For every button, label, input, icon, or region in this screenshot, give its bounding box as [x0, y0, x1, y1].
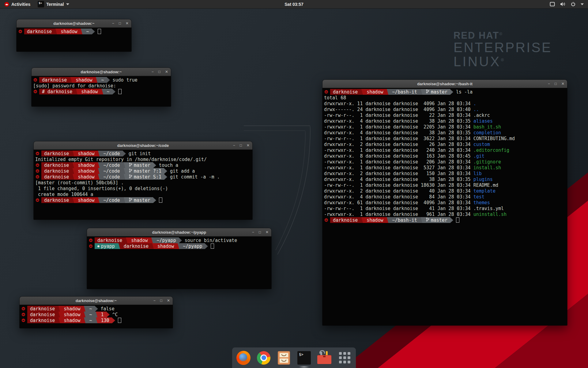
prompt-segment-branch: master [126, 197, 153, 203]
ls-row: drwxrwxr-x. 2 darknoise darknoise 40 Jan… [323, 188, 567, 194]
segment-separator [72, 197, 75, 203]
ls-row: drwxrwxr-x. 11 darknoise darknoise 4096 … [323, 101, 567, 106]
prompt-segment-user: darknoise [41, 151, 72, 156]
minimize-button[interactable]: − [152, 70, 154, 74]
terminal-window: darknoise@shadow:~−□✕darknoiseshadow~ [17, 19, 131, 52]
chrome-icon [257, 351, 270, 365]
dock-item-chrome[interactable] [256, 351, 271, 365]
window-titlebar[interactable]: darknoise@shadow:~−□✕ [17, 19, 131, 28]
segment-separator [75, 89, 78, 94]
dock-item-files[interactable] [277, 351, 291, 365]
terminal-content[interactable]: darknoiseshadow~/bash-itmaster ls -latot… [322, 88, 567, 325]
clock[interactable]: Sat 03:57 [285, 0, 303, 8]
prompt-arrow-icon [179, 238, 182, 243]
power-icon[interactable] [571, 2, 575, 6]
close-button[interactable]: ✕ [167, 299, 170, 302]
ls-filename: custom [473, 142, 490, 147]
maximize-button[interactable]: □ [158, 70, 160, 74]
command-text: ^C [110, 312, 118, 317]
maximize-button[interactable]: □ [119, 21, 121, 25]
window-titlebar[interactable]: darknoise@shadow:~/bash-it−□✕ [322, 80, 567, 88]
minimize-button[interactable]: − [252, 230, 254, 234]
minimize-button[interactable]: − [112, 21, 114, 25]
prompt-line: darknoiseshadow~/bash-itmaster ls -la [323, 89, 567, 95]
minimize-button[interactable]: − [548, 82, 550, 86]
dock-item-toolbox[interactable] [317, 351, 332, 365]
terminal-output-line: [sudo] password for darknoise: [32, 83, 171, 89]
prompt-segment-user: # darknoise [39, 89, 75, 94]
segment-separator [101, 89, 104, 94]
command-text: touch a [156, 163, 178, 168]
window-titlebar[interactable]: darknoise@shadow:~−□✕ [32, 68, 171, 76]
prompt-arrow-icon [450, 89, 453, 95]
terminal-content[interactable]: darknoiseshadow~/code git initInitialize… [34, 150, 252, 220]
segment-separator [72, 174, 75, 180]
prompt-arrow-icon [112, 89, 115, 94]
redhat-prompt-icon [33, 78, 37, 82]
redhat-prompt-icon [36, 163, 40, 167]
command-text: sudo true [110, 77, 138, 83]
maximize-button[interactable]: □ [555, 82, 557, 86]
redhat-prompt-icon [33, 90, 37, 94]
close-button[interactable]: ✕ [247, 144, 250, 147]
ls-filename: themes [473, 200, 490, 205]
terminal-cursor [118, 318, 121, 323]
prompt-line: darknoiseshadow~/codemaster ?:1 git add … [34, 168, 252, 174]
command-text: git commit -a -m . [167, 174, 220, 180]
window-title: darknoise@shadow:~/pyapp [152, 230, 206, 235]
terminal-content[interactable]: darknoiseshadow~ [17, 28, 131, 52]
prompt-segment-user: darknoise [95, 237, 125, 243]
ls-filename: plugins [473, 177, 493, 182]
display-icon[interactable] [550, 2, 555, 6]
minimize-button[interactable]: − [233, 144, 235, 147]
terminal-window: darknoise@shadow:~−□✕darknoiseshadow~ su… [32, 68, 171, 106]
system-menu-chevron-icon[interactable] [581, 3, 584, 5]
segment-separator [55, 29, 58, 34]
prompt-segment-branch: master [423, 89, 450, 95]
ls-filename: install.sh [473, 165, 501, 171]
dock-item-terminal[interactable]: $> [297, 351, 311, 365]
window-titlebar[interactable]: darknoise@shadow:~/pyapp−□✕ [87, 228, 271, 236]
ls-filename: bash_it.sh [473, 124, 501, 130]
close-button[interactable]: ✕ [126, 21, 129, 25]
close-button[interactable]: ✕ [266, 230, 269, 234]
segment-separator [97, 174, 100, 180]
prompt-segment-user: darknoise [121, 243, 151, 249]
terminal-content[interactable]: darknoiseshadow~ falsedarknoiseshadow~1 … [20, 305, 173, 328]
segment-separator [420, 217, 423, 223]
redhat-prompt-icon [89, 238, 93, 242]
maximize-button[interactable]: □ [160, 299, 162, 302]
terminal-output-line: total 68 [323, 95, 567, 101]
prompt-arrow-icon [92, 29, 95, 34]
terminal-content[interactable]: darknoiseshadow~ sudo true[sudo] passwor… [32, 76, 171, 106]
prompt-segment-path: ~/code [100, 151, 123, 156]
prompt-segment-user: darknoise [39, 77, 70, 83]
close-button[interactable]: ✕ [561, 82, 564, 86]
dock-item-firefox[interactable] [236, 351, 251, 365]
window-titlebar[interactable]: darknoise@shadow:~/code−□✕ [34, 141, 252, 150]
prompt-segment-path: ~ [83, 29, 92, 34]
maximize-button[interactable]: □ [259, 230, 261, 234]
activities-button[interactable]: Activities [0, 0, 35, 8]
terminal-content[interactable]: darknoiseshadow~/pyapp source bin/activa… [87, 236, 271, 289]
ls-row: drwxrwxr-x. 2 darknoise darknoise 150 Ja… [323, 171, 567, 176]
ls-row: -rwxrwxr-x. 1 darknoise darknoise 5327 J… [323, 165, 567, 171]
window-titlebar[interactable]: darknoise@shadow:~−□✕ [20, 297, 173, 305]
prompt-segment-branch: master [423, 217, 450, 223]
app-menu-terminal[interactable]: $> Terminal [35, 0, 72, 8]
segment-separator [177, 243, 180, 249]
dock-item-app-grid[interactable] [337, 351, 352, 365]
file-cabinet-icon [278, 351, 290, 365]
minimize-button[interactable]: − [153, 299, 156, 302]
prompt-segment-path: ~/pyapp [154, 237, 179, 243]
volume-icon[interactable] [560, 2, 566, 6]
prompt-segment-host: shadow [58, 29, 80, 34]
prompt-arrow-icon [95, 306, 98, 312]
firefox-icon [236, 351, 251, 365]
redhat-logo-icon [4, 2, 9, 7]
prompt-segment-user: darknoise [24, 29, 55, 34]
maximize-button[interactable]: □ [240, 144, 242, 147]
close-button[interactable]: ✕ [165, 70, 168, 74]
prompt-segment-branch: master S:1 [126, 174, 164, 180]
prompt-segment-path: ~/code [100, 197, 123, 203]
